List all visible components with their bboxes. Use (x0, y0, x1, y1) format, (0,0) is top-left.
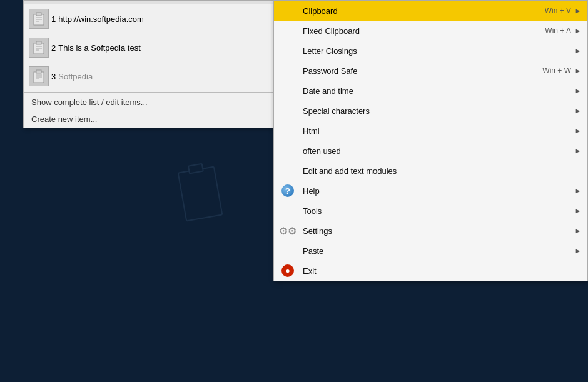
clipboard-thumb-1 (29, 9, 49, 29)
show-complete-list[interactable]: Show complete list / edit items... (24, 94, 273, 111)
menu-item-settings[interactable]: ⚙⚙ Settings ► (274, 221, 587, 241)
item-text-2: This is a Softpedia test (58, 43, 141, 53)
menu-label-edit-text-modules: Edit and add text modules (299, 166, 571, 176)
menu-label-paste: Paste (299, 246, 571, 256)
item-text-1: http://win.softpedia.com (58, 14, 144, 24)
help-icon: ? (281, 184, 294, 197)
menu-item-paste[interactable]: Paste ► (274, 241, 587, 261)
svg-rect-11 (36, 70, 41, 73)
menu-arrow-letter-closings: ► (574, 47, 582, 54)
menu-item-help[interactable]: ? Help ► (274, 181, 587, 201)
settings-icon-area: ⚙⚙ (276, 225, 299, 237)
menu-arrow-fixed-clipboard: ► (574, 27, 582, 34)
clipboard-thumb-3 (29, 66, 49, 86)
menu-shortcut-clipboard: Win + V (545, 6, 571, 15)
menu-arrow-special-characters: ► (574, 107, 582, 114)
menu-label-password-safe: Password Safe (299, 66, 542, 76)
menu-arrow-tools: ► (574, 207, 582, 214)
menu-item-password-safe[interactable]: Password Safe Win + W ► (274, 61, 587, 81)
menu-item-html[interactable]: Html ► (274, 121, 587, 141)
menu-item-edit-text-modules[interactable]: Edit and add text modules (274, 161, 587, 181)
menu-label-special-characters: Special characters (299, 106, 571, 116)
left-submenu: 1 http://win.softpedia.com 2 This is a S… (23, 0, 273, 128)
menu-arrow-help: ► (574, 187, 582, 194)
menu-item-date-and-time[interactable]: Date and time ► (274, 81, 587, 101)
main-context-menu: Clipboard Win + V ► Fixed Clipboard Win … (273, 0, 588, 281)
menu-item-exit[interactable]: ● Exit (274, 261, 587, 281)
clipboard-item-2[interactable]: 2 This is a Softpedia test (24, 33, 273, 62)
clipboard-item-1[interactable]: 1 http://win.softpedia.com (24, 4, 273, 33)
item-num-2: 2 (51, 43, 56, 53)
menu-label-date-and-time: Date and time (299, 86, 571, 96)
create-new-item[interactable]: Create new item... (24, 111, 273, 128)
menu-label-help: Help (299, 186, 571, 196)
gear-icon: ⚙⚙ (279, 225, 297, 237)
menu-arrow-clipboard: ► (574, 7, 582, 14)
exit-icon-area: ● (276, 264, 299, 277)
menu-label-often-used: often used (299, 146, 571, 156)
menu-item-often-used[interactable]: often used ► (274, 141, 587, 161)
menu-item-clipboard[interactable]: Clipboard Win + V ► (274, 1, 587, 21)
menu-shortcut-password-safe: Win + W (542, 66, 571, 75)
item-num-3: 3 (51, 72, 56, 81)
menu-item-special-characters[interactable]: Special characters ► (274, 101, 587, 121)
divider-1 (24, 92, 273, 93)
menu-label-settings: Settings (299, 226, 571, 236)
menu-shortcut-fixed-clipboard: Win + A (545, 26, 571, 35)
menu-item-fixed-clipboard[interactable]: Fixed Clipboard Win + A ► (274, 21, 587, 41)
menu-label-html: Html (299, 126, 571, 136)
svg-rect-1 (36, 13, 41, 16)
menu-arrow-html: ► (574, 127, 582, 134)
help-icon-area: ? (276, 184, 299, 197)
menu-label-tools: Tools (299, 206, 571, 216)
item-text-3: Softpedia (58, 72, 93, 81)
menu-arrow-paste: ► (574, 247, 582, 254)
svg-rect-6 (36, 41, 41, 44)
menu-arrow-often-used: ► (574, 147, 582, 154)
menu-label-exit: Exit (299, 266, 571, 276)
menu-label-letter-closings: Letter Closings (299, 46, 571, 56)
menu-arrow-settings: ► (574, 227, 582, 234)
menu-label-fixed-clipboard: Fixed Clipboard (299, 26, 545, 36)
menu-item-tools[interactable]: Tools ► (274, 201, 587, 221)
menu-arrow-password-safe: ► (574, 67, 582, 74)
menu-arrow-date-and-time: ► (574, 87, 582, 94)
menu-label-clipboard: Clipboard (299, 6, 545, 16)
clipboard-thumb-2 (29, 38, 49, 58)
menu-item-letter-closings[interactable]: Letter Closings ► (274, 41, 587, 61)
clipboard-item-3[interactable]: 3 Softpedia (24, 62, 273, 91)
item-num-1: 1 (51, 14, 56, 24)
exit-icon: ● (281, 264, 294, 277)
